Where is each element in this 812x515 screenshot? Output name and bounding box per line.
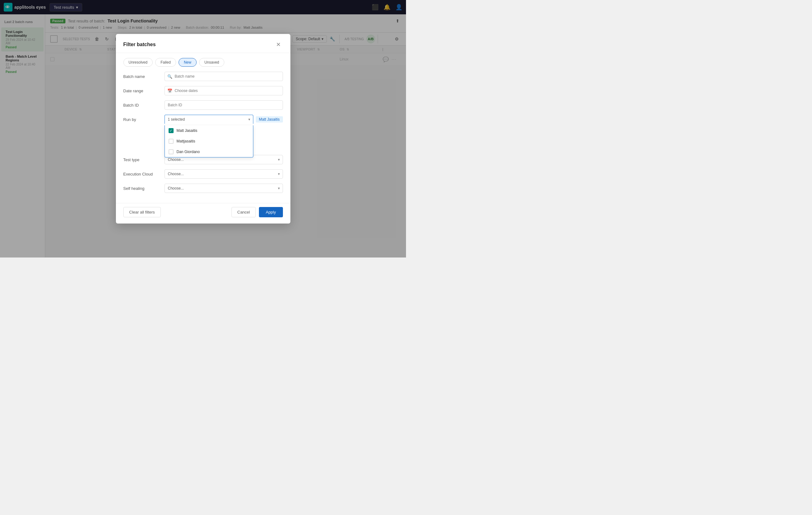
run-by-dropdown[interactable]: 1 selected ▾ — [165, 115, 253, 124]
execution-cloud-wrap: Choose... ▾ — [165, 169, 283, 179]
self-healing-select[interactable]: Choose... — [165, 184, 283, 193]
tab-failed-label: Failed — [161, 60, 171, 64]
run-by-selected-label: 1 selected — [168, 117, 185, 121]
matt-checkbox[interactable] — [169, 128, 174, 133]
execution-cloud-row: Execution Cloud Choose... ▾ — [123, 169, 283, 179]
dropdown-item-matt[interactable]: Matt Jasaitis — [165, 125, 253, 136]
tab-unsaved-label: Unsaved — [204, 60, 219, 64]
modal-overlay: Filter batches ✕ Unresolved Failed New U… — [0, 0, 406, 258]
filter-tabs: Unresolved Failed New Unsaved — [116, 53, 290, 67]
self-healing-row: Self healing Choose... ▾ — [123, 184, 283, 193]
batch-id-wrap — [165, 100, 283, 110]
cancel-button[interactable]: Cancel — [232, 207, 256, 217]
batch-id-input[interactable] — [165, 100, 283, 110]
date-range-wrap: 📅 — [165, 86, 283, 96]
tab-unresolved-label: Unresolved — [129, 60, 148, 64]
apply-button[interactable]: Apply — [259, 207, 283, 217]
run-by-chevron-icon: ▾ — [248, 117, 250, 121]
dan-checkbox[interactable] — [169, 149, 174, 154]
date-range-input[interactable] — [165, 86, 283, 96]
mattj-checkbox[interactable] — [169, 139, 174, 144]
run-by-tag: Matt Jasaitis — [256, 116, 283, 123]
search-icon: 🔍 — [167, 74, 172, 79]
batch-name-label: Batch name — [123, 72, 161, 79]
clear-all-filters-button[interactable]: Clear all filters — [123, 207, 161, 217]
date-range-row: Date range 📅 — [123, 86, 283, 96]
run-by-label: Run by — [123, 115, 161, 122]
batch-name-row: Batch name 🔍 — [123, 72, 283, 81]
date-range-label: Date range — [123, 86, 161, 93]
modal-body: Batch name 🔍 Date range 📅 Batch ID — [116, 67, 290, 203]
calendar-icon: 📅 — [167, 88, 172, 93]
modal-footer: Clear all filters Cancel Apply — [116, 203, 290, 223]
mattj-label: Mattjasaitis — [177, 139, 195, 143]
tab-unresolved[interactable]: Unresolved — [123, 58, 153, 67]
dropdown-item-dan[interactable]: Dan Giordano — [165, 146, 253, 157]
tab-unsaved[interactable]: Unsaved — [199, 58, 224, 67]
modal-footer-right: Cancel Apply — [232, 207, 283, 217]
modal-close-button[interactable]: ✕ — [274, 40, 283, 49]
batch-id-row: Batch ID — [123, 100, 283, 110]
tab-new-label: New — [184, 60, 191, 64]
batch-name-input[interactable] — [165, 72, 283, 81]
run-by-tag-label: Matt Jasaitis — [259, 117, 280, 121]
batch-name-wrap: 🔍 — [165, 72, 283, 81]
self-healing-label: Self healing — [123, 184, 161, 191]
execution-cloud-select[interactable]: Choose... — [165, 169, 283, 179]
dan-label: Dan Giordano — [177, 150, 200, 154]
run-by-row: Run by 1 selected ▾ Matt Jasaitis — [123, 115, 283, 124]
test-type-label: Test type — [123, 155, 161, 162]
modal-header: Filter batches ✕ — [116, 34, 290, 53]
tab-new[interactable]: New — [178, 58, 197, 67]
run-by-dropdown-list: Matt Jasaitis Mattjasaitis Dan Giordano — [165, 125, 253, 157]
matt-label: Matt Jasaitis — [177, 129, 198, 133]
filter-batches-modal: Filter batches ✕ Unresolved Failed New U… — [116, 34, 290, 223]
modal-title: Filter batches — [123, 42, 156, 47]
tab-failed[interactable]: Failed — [155, 58, 176, 67]
self-healing-wrap: Choose... ▾ — [165, 184, 283, 193]
batch-id-label: Batch ID — [123, 100, 161, 108]
execution-cloud-label: Execution Cloud — [123, 169, 161, 177]
checkmark-icon — [170, 129, 172, 133]
dropdown-item-mattj[interactable]: Mattjasaitis — [165, 136, 253, 146]
